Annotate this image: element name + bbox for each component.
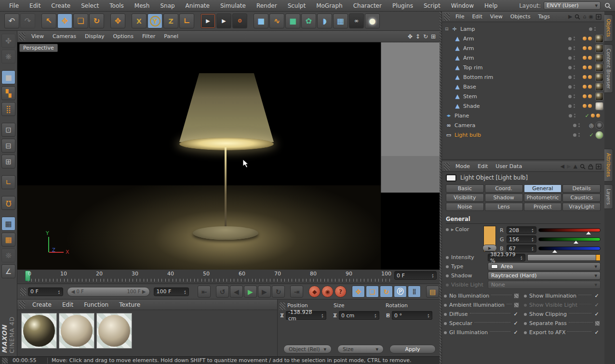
menu-item[interactable]: Simulate [215, 2, 251, 9]
object-row[interactable]: ▲ Shade [445, 101, 603, 111]
panel-grip[interactable] [19, 301, 25, 309]
attribute-tab[interactable]: Basic [446, 184, 484, 193]
enabled-check-icon[interactable]: ✓ [588, 132, 595, 138]
check-icon[interactable]: ✓ [593, 329, 600, 336]
panel-grip[interactable] [444, 163, 450, 170]
tag-thumbnail[interactable] [595, 54, 603, 62]
phong-tag-dots[interactable] [583, 85, 595, 89]
parameter-dot[interactable] [524, 331, 527, 334]
add-panel-icon[interactable] [596, 14, 602, 20]
object-row[interactable]: ▲ Stem [445, 91, 603, 101]
set-keyframe-button[interactable]: ◆ [308, 286, 321, 298]
model-mode-button[interactable]: ■ [1, 70, 15, 84]
parameter-dot[interactable] [524, 295, 527, 298]
add-spline-button[interactable]: ∿ [269, 13, 284, 28]
scale-tool-button[interactable]: ❏ [73, 13, 88, 28]
apply-button[interactable]: Apply [389, 345, 436, 353]
parameter-dot[interactable] [444, 313, 447, 316]
slider-handle[interactable] [596, 255, 600, 260]
search-icon[interactable] [575, 14, 580, 20]
color-mode-button[interactable]: ▶ [482, 245, 497, 251]
menu-item[interactable]: Window [446, 2, 479, 9]
zoom-view-icon[interactable]: ↕ [415, 33, 420, 40]
slider-handle[interactable] [586, 232, 591, 234]
object-label[interactable]: Arm [461, 36, 568, 42]
viewport-menu-item[interactable]: View [27, 33, 48, 39]
object-label[interactable]: Shade [461, 103, 568, 109]
channel-slider[interactable] [538, 228, 601, 232]
check-icon[interactable]: ✓ [593, 311, 600, 317]
channel-value-field[interactable]: 208▴▾ [507, 226, 536, 234]
attribute-tab[interactable]: VrayLight [562, 203, 601, 211]
polygons-mode-button[interactable]: ⊞ [1, 155, 15, 169]
keyframe-scale-toggle[interactable]: ❏ [366, 286, 379, 298]
checkbox-row[interactable]: Diffuse ✓ [442, 310, 521, 319]
search-icon[interactable] [580, 164, 586, 169]
object-manager-menu-item[interactable]: View [486, 13, 507, 20]
attribute-menu-item[interactable]: Edit [474, 163, 492, 169]
menu-item[interactable]: Snap [155, 2, 180, 9]
visibility-dots[interactable] [568, 37, 583, 40]
visibility-dots[interactable] [568, 85, 583, 89]
live-selection-button[interactable]: ↖ [41, 13, 56, 28]
tag-thumbnail[interactable] [595, 102, 603, 110]
slider-handle[interactable] [552, 250, 557, 253]
channel-slider[interactable] [538, 247, 601, 250]
intensity-slider[interactable] [527, 254, 601, 261]
panel-tab[interactable]: Layers [604, 184, 613, 209]
perspective-viewport[interactable]: Perspective Y X Z [17, 42, 440, 270]
object-label[interactable]: Stem [461, 93, 568, 100]
parameter-dot[interactable] [444, 295, 447, 298]
panel-grip[interactable] [280, 302, 285, 310]
viewport-menu-item[interactable]: Options [109, 33, 138, 39]
tag-thumbnail[interactable] [595, 92, 603, 101]
shadow-type-select[interactable]: Raytraced (Hard)▾ [488, 272, 601, 280]
menu-item[interactable]: Edit [24, 2, 46, 9]
x-axis-lock-button[interactable]: X [132, 13, 147, 28]
view-camera-label[interactable]: Perspective [19, 44, 58, 52]
tag-thumbnail[interactable] [595, 35, 603, 43]
enabled-check-icon[interactable]: ◎ [588, 122, 595, 129]
viewport-menu-item[interactable]: Panel [160, 33, 183, 39]
goto-end-button[interactable]: ⇥ [290, 286, 303, 298]
viewport-menu-item[interactable]: Cameras [48, 33, 80, 39]
autokeying-button[interactable]: ◉ [321, 286, 334, 298]
overflow-arrow-icon[interactable]: ▶ [568, 13, 572, 20]
layout-select[interactable]: ENVY (User)▾ [544, 1, 601, 10]
viewport-menu-item[interactable]: Filter [138, 33, 160, 39]
next-key-button[interactable]: ↻ [272, 286, 285, 298]
enabled-check-icon[interactable]: ✓ [583, 113, 591, 119]
axis-mode-button[interactable]: ∟ [1, 175, 15, 189]
object-manager-menu-item[interactable]: Objects [507, 13, 535, 20]
texture-mode-button[interactable]: ▚ [1, 86, 15, 100]
object-row[interactable]: ∞ Camera ◎ [445, 120, 603, 130]
panel-grip[interactable] [19, 33, 25, 40]
toggle-views-icon[interactable]: ⊞ [431, 33, 436, 40]
parameter-dot[interactable] [444, 331, 447, 334]
parameter-dot[interactable] [446, 228, 449, 231]
attribute-tab[interactable]: Details [562, 184, 601, 193]
size-mode-select[interactable]: Size▾ [337, 345, 384, 353]
attribute-tab[interactable]: Coord. [485, 184, 523, 193]
attribute-menu-item[interactable]: User Data [492, 163, 526, 169]
object-label[interactable]: Camera [453, 122, 573, 129]
checkbox-row[interactable]: Show Illumination ✓ [522, 291, 602, 300]
intensity-field[interactable]: 3823.979 %▴▾ [488, 254, 525, 261]
search-icon[interactable] [604, 2, 611, 9]
menu-item[interactable]: Script [418, 2, 446, 9]
menu-item[interactable]: File [4, 2, 24, 9]
workplane-rotate-button[interactable]: ▦ [1, 233, 15, 247]
light-type-select[interactable]: Area▾ [488, 262, 601, 271]
object-row[interactable]: ▲ Arm [445, 53, 603, 63]
checkbox-row[interactable]: Show Visible Light ✓ [522, 300, 602, 310]
tag-thumbnail[interactable] [595, 73, 603, 81]
axis-edit-button[interactable]: ∠ [1, 264, 15, 278]
coordinate-mode-select[interactable]: Object (Rel)▾ [283, 345, 332, 353]
object-row[interactable]: ▲ Top rim [445, 63, 603, 72]
expand-arrow-icon[interactable]: ▸ [451, 226, 454, 233]
keyframe-parameter-toggle[interactable]: Ⓟ [394, 286, 407, 298]
visibility-dots[interactable] [568, 94, 583, 98]
phong-tag-dots[interactable] [583, 46, 595, 50]
panel-tab[interactable]: Attributes [604, 149, 613, 181]
material-thumb-metal[interactable] [21, 313, 57, 349]
